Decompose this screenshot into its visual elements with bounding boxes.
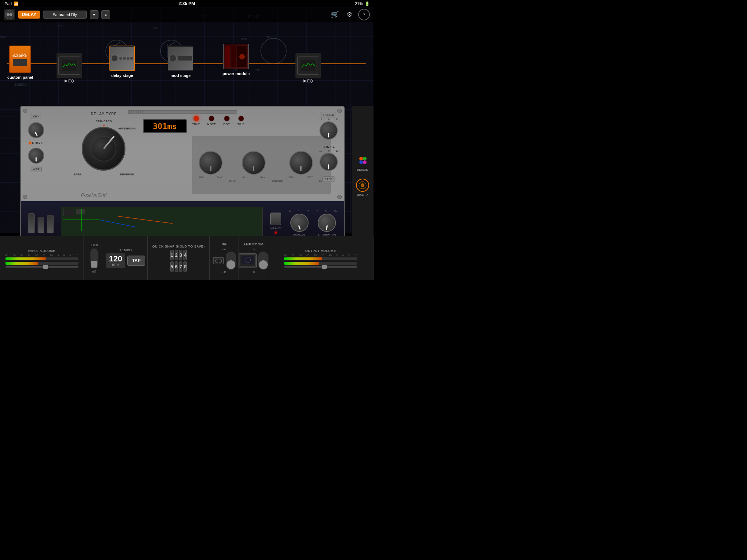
delay-unit-top: DRY DRIVE WET DELAY TYPE STANDA (21, 106, 344, 201)
snap-btn-8[interactable]: 8 (183, 261, 187, 272)
bias-fx-button[interactable]: BIAS FX (356, 179, 369, 197)
mix-param-group: DRY WET (289, 151, 313, 179)
infinity-switch[interactable] (270, 213, 281, 225)
saturation-knob[interactable] (318, 214, 336, 232)
note-led[interactable] (209, 116, 214, 121)
chain-item-eq1[interactable]: ▶EQ (57, 53, 82, 83)
time-param-group: MIN MAX (199, 151, 222, 179)
analog-knob[interactable] (290, 214, 309, 232)
ng-label: NG (221, 242, 227, 246)
bottom-bar: INPUT VOLUME 0060504030201050510 LOCK of… (0, 236, 374, 280)
time-min-label: MIN (199, 176, 204, 179)
wifi-icon: 📶 (13, 1, 19, 6)
gear-icon[interactable]: ⚙ (344, 9, 355, 20)
help-icon[interactable]: ? (358, 9, 370, 20)
snap-btn-6[interactable]: 6 (175, 261, 178, 272)
mix-knob[interactable] (289, 151, 313, 175)
status-right: 21% 🔋 (355, 1, 370, 6)
tap-button[interactable]: TAP (127, 256, 145, 266)
pedal-image: powered by BIAS PEDAL (9, 46, 31, 73)
chain-item-power-module[interactable]: power module (222, 44, 250, 76)
output-meter-bar2-container (284, 262, 357, 265)
lock-slider[interactable] (90, 248, 98, 268)
ng-toggle-switch[interactable] (226, 252, 236, 270)
dry-knob[interactable] (28, 122, 44, 138)
preset-dropdown-button[interactable]: ▼ (90, 10, 98, 19)
svg-point-52 (363, 160, 367, 164)
chain-item-delay-stage[interactable]: delay stage (109, 46, 135, 78)
dial-dot-top (103, 125, 105, 127)
dial-tape: TAPE (74, 173, 81, 176)
delay-tab-button[interactable]: DELAY (18, 11, 40, 19)
signal-arrow: → (361, 61, 367, 67)
time-btn-group: TIME (192, 116, 200, 126)
ng-off-label: off (222, 271, 226, 274)
ng-on-label: on (222, 248, 226, 251)
amp-off-label: off (252, 271, 255, 274)
vent-holes (128, 109, 237, 114)
tone-group: TONE ▶ -12012 (318, 145, 338, 171)
chain-item-mod-stage[interactable]: mod stage (168, 46, 193, 78)
time-display: 2:35 PM (178, 1, 195, 6)
amp-display (239, 253, 257, 268)
infinity-label: INFINITY (270, 227, 282, 230)
mod-stage-label: mod stage (170, 73, 190, 78)
trip-led[interactable] (238, 116, 244, 121)
wet-box: WET (31, 167, 42, 172)
delay-unit: DRY DRIVE WET DELAY TYPE STANDA (20, 106, 345, 244)
status-left: iPad 📶 (4, 1, 19, 6)
ng-display (213, 257, 224, 264)
amp-room-section: AMP ROOM on off (239, 236, 268, 280)
output-slider[interactable] (284, 266, 357, 268)
preset-name-button[interactable]: Saturated Dly (43, 11, 87, 19)
amp-on-label: on (252, 248, 255, 251)
treble-knob[interactable] (320, 121, 338, 140)
drive-knob[interactable] (28, 148, 44, 164)
feedbk-knob[interactable] (242, 151, 266, 175)
bass-group: BASS (318, 176, 338, 182)
input-slider-thumb[interactable] (43, 265, 48, 269)
chain-item-custom-panel[interactable]: powered by BIAS PEDAL custom panel (7, 46, 33, 79)
feedbk-section-label: FEEDBK (271, 180, 283, 190)
snap-btn-7[interactable]: 7 (179, 261, 182, 272)
dot-led[interactable] (224, 116, 230, 121)
output-slider-thumb[interactable] (322, 265, 327, 269)
time-led[interactable] (193, 116, 199, 121)
snap-btn-1[interactable]: 1 (170, 250, 174, 260)
lock-section: LOCK off (84, 236, 104, 280)
status-bar: iPad 📶 2:35 PM 21% 🔋 (0, 0, 374, 7)
menu-button[interactable]: ≡ (101, 10, 110, 19)
battery-label: 21% (355, 1, 363, 6)
svg-rect-59 (241, 256, 254, 264)
input-slider[interactable] (5, 266, 78, 268)
chain-item-eq2[interactable]: ▶EQ (295, 53, 321, 83)
output-meter-bar2 (284, 262, 319, 265)
ng-toggle-knob (227, 260, 235, 269)
time-section-label: TIME (229, 180, 236, 190)
tempo-display: 120 BPM (106, 253, 125, 268)
analog-saturation-section: 0510 ANALOG 0510 SATURATION (289, 210, 337, 236)
note-btn-group: NOTE (207, 116, 216, 126)
infinity-section: INFINITY (270, 213, 282, 234)
trip-label: TRIP (237, 122, 245, 126)
feedbk-param-group: MIN MAX (242, 151, 266, 179)
eq1-label: ▶EQ (65, 78, 74, 83)
snap-btn-3[interactable]: 3 (179, 250, 182, 260)
delay-type-dial[interactable] (82, 127, 125, 171)
tempo-section: TEMPO 120 BPM TAP (104, 236, 148, 280)
snap-btn-2[interactable]: 2 (175, 250, 178, 260)
treble-box: TREBLE (321, 112, 336, 117)
design-button[interactable]: DESIGN (356, 153, 369, 171)
design-icon (356, 153, 369, 167)
left-controls: DRY DRIVE WET (28, 114, 44, 172)
time-knob[interactable] (199, 151, 222, 175)
dial-standard: STANDARD (96, 120, 112, 123)
snap-btn-4[interactable]: 4 (183, 250, 187, 260)
amp-toggle-switch[interactable] (258, 252, 268, 270)
cart-icon[interactable]: 🛒 (329, 9, 341, 20)
snap-btn-5[interactable]: 5 (170, 261, 174, 272)
header-bar: DELAY Saturated Dly ▼ ≡ 🛒 ⚙ ? (0, 7, 374, 22)
svg-line-47 (100, 220, 136, 227)
tone-knob[interactable] (320, 153, 338, 171)
pcb-area (61, 207, 263, 240)
